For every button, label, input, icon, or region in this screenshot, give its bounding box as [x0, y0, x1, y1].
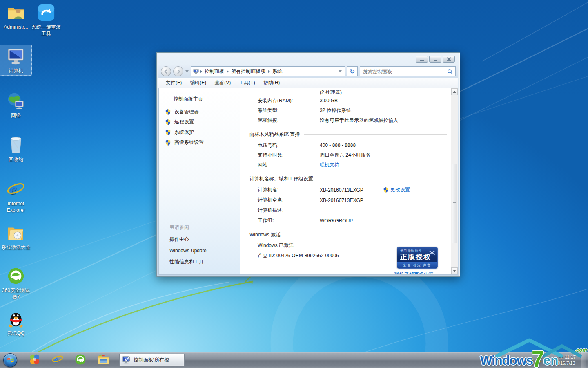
windows-explorer-icon[interactable] — [97, 354, 109, 367]
learn-more-link[interactable]: 联机了解更多内容... — [394, 271, 438, 274]
sidebar-item-action-center[interactable]: 操作中心 — [159, 233, 240, 245]
tray-360-icon[interactable] — [528, 357, 533, 363]
desktop-icon-label: 系统激活大全 — [1, 245, 31, 250]
breadcrumb-separator-icon — [227, 70, 229, 73]
processor-tail-row: (2 处理器) — [249, 89, 447, 96]
menu-file[interactable]: 文件(F) — [162, 78, 186, 88]
desktop-icon-tencent-qq[interactable]: 腾讯QQ — [0, 308, 32, 338]
tray-alert-icon[interactable] — [536, 357, 541, 363]
vertical-scrollbar[interactable] — [451, 88, 458, 274]
internet-explorer-icon: e — [6, 180, 26, 199]
reinstall-tool-icon — [36, 3, 56, 22]
row-label: 安装内存(RAM): — [258, 97, 320, 104]
breadcrumb-control-panel[interactable]: 控制面板 — [203, 68, 226, 75]
desktop-icon-network[interactable]: 网络 — [0, 90, 32, 120]
desktop-icon-recycle-bin[interactable]: 回收站 — [0, 134, 32, 164]
row-label: 计算机名: — [258, 186, 320, 193]
active-task-label: 控制面板\所有控... — [134, 357, 173, 364]
activation-block: Windows 已激活 产品 ID: 00426-OEM-8992662-000… — [249, 240, 447, 260]
menu-tools[interactable]: 工具(T) — [235, 78, 259, 88]
scroll-down-icon — [453, 270, 456, 272]
sidebar-item-performance-tools[interactable]: 性能信息和工具 — [159, 256, 240, 268]
row-label: 笔和触摸: — [258, 117, 320, 124]
online-support-link[interactable]: 联机支持 — [320, 162, 339, 168]
system-info-panel: (2 处理器) 安装内存(RAM): 3.00 GB 系统类型: 32 位操作系… — [240, 88, 451, 274]
address-bar[interactable]: 控制面板 所有控制面板项 系统 — [191, 66, 345, 76]
product-id: 产品 ID: 00426-OEM-8992662-00006 — [258, 252, 339, 259]
sidebar-item-advanced-settings[interactable]: 高级系统设置 — [159, 137, 240, 148]
section-title: 雨林木风精品系统 支持 — [249, 131, 300, 138]
forward-arrow-icon — [176, 69, 181, 74]
support-section-header: 雨林木风精品系统 支持 — [249, 130, 447, 139]
address-dropdown-icon[interactable] — [339, 70, 342, 72]
back-button[interactable] — [161, 66, 171, 76]
forward-button[interactable] — [173, 66, 183, 76]
sidebar-item-control-panel-home[interactable]: 控制面板主页 — [159, 88, 240, 107]
sidebar-see-also: 另请参阅 操作中心 Windows Update 性能信息和工具 — [159, 222, 240, 268]
sparkle-star-icon — [428, 249, 436, 256]
row-label: 网站: — [258, 162, 320, 168]
search-input[interactable] — [363, 69, 447, 74]
minimize-icon — [420, 60, 424, 61]
genuine-software-badge[interactable]: 使用 微软 软件 正版授权 安全 稳定 声誉 — [397, 247, 438, 269]
sidebar-item-system-protection[interactable]: 系统保护 — [159, 127, 240, 137]
computer-row-workgroup: 工作组: WORKGROUP — [249, 215, 447, 226]
menu-edit[interactable]: 编辑(E) — [186, 78, 210, 88]
taskbar-pinned-icons: e — [29, 353, 109, 367]
scrollbar-track[interactable] — [451, 95, 458, 267]
360-browser-taskbar-icon[interactable] — [74, 353, 87, 367]
desktop-icon-360-browser[interactable]: 360安全浏览器7 — [0, 265, 32, 301]
recycle-bin-icon — [6, 135, 26, 155]
row-label: 计算机全名: — [258, 197, 320, 204]
info-row-pen-touch: 笔和触摸: 没有可用于此显示器的笔或触控输入 — [249, 115, 447, 125]
show-desktop-button[interactable] — [581, 352, 586, 368]
desktop-icon-activation-folder[interactable]: 系统激活大全 — [0, 222, 32, 252]
minimize-button[interactable] — [416, 56, 428, 63]
scroll-down-button[interactable] — [451, 267, 458, 274]
desktop-icon-label: 计算机 — [9, 68, 23, 74]
row-value: 没有可用于此显示器的笔或触控输入 — [320, 117, 398, 124]
computer-icon — [6, 47, 26, 66]
support-row-website: 网站: 联机支持 — [249, 160, 447, 170]
desktop-icon-computer[interactable]: 计算机 — [0, 45, 32, 76]
section-divider — [285, 235, 447, 235]
change-settings-label: 更改设置 — [390, 186, 410, 193]
scroll-up-button[interactable] — [451, 88, 458, 95]
start-button[interactable] — [3, 353, 17, 367]
search-box[interactable] — [360, 66, 456, 76]
desktop-icon-reinstall-tool[interactable]: 系统一键重装工具 — [30, 2, 62, 38]
refresh-icon: ↻ — [350, 68, 355, 75]
history-dropdown-icon[interactable] — [185, 70, 189, 72]
desktop-icon-internet-explorer[interactable]: e Internet Explorer — [0, 178, 32, 215]
desktop-icon-administrator[interactable]: Administr... — [0, 2, 32, 31]
row-value: 32 位操作系统 — [320, 107, 351, 114]
menu-help[interactable]: 帮助(H) — [259, 78, 284, 88]
window-client-area: 控制面板主页 设备管理器 远程设置 系统保护 高级系统设置 另请参阅 操作中心 … — [158, 88, 458, 275]
taskbar-clock[interactable]: 上午 11:17 2016/7/13 — [555, 354, 576, 366]
internet-explorer-taskbar-icon[interactable]: e — [51, 353, 64, 367]
system-tray: 上午 11:17 2016/7/13 — [528, 352, 588, 368]
taskbar-active-task[interactable]: 控制面板\所有控... — [119, 354, 185, 366]
svg-text:e: e — [10, 180, 17, 197]
address-band: 控制面板 所有控制面板项 系统 ↻ — [158, 65, 458, 78]
refresh-button[interactable]: ↻ — [347, 66, 358, 76]
section-divider — [317, 179, 447, 179]
sidebar-item-device-manager[interactable]: 设备管理器 — [159, 107, 240, 117]
uac-shield-icon — [165, 119, 171, 126]
breadcrumb-system[interactable]: 系统 — [271, 68, 284, 75]
change-settings-link[interactable]: 更改设置 — [383, 186, 410, 193]
pinwheel-app-icon[interactable] — [29, 353, 41, 367]
desktop-icon-label: 360安全浏览器7 — [2, 287, 30, 300]
sidebar-item-remote-settings[interactable]: 远程设置 — [159, 117, 240, 127]
breadcrumb-all-items[interactable]: 所有控制面板项 — [229, 68, 267, 75]
close-button[interactable] — [443, 56, 455, 63]
maximize-button[interactable] — [429, 56, 441, 63]
scrollbar-thumb[interactable] — [452, 164, 457, 243]
system-task-icon — [122, 356, 131, 364]
tray-volume-icon[interactable] — [544, 357, 549, 363]
desktop-icon-label: 腾讯QQ — [7, 330, 25, 336]
computer-row-fullname: 计算机全名: XB-20160713EXGP — [249, 195, 447, 205]
sidebar-item-windows-update[interactable]: Windows Update — [159, 245, 240, 256]
row-label: 工作组: — [258, 217, 320, 224]
menu-view[interactable]: 查看(V) — [210, 78, 235, 88]
